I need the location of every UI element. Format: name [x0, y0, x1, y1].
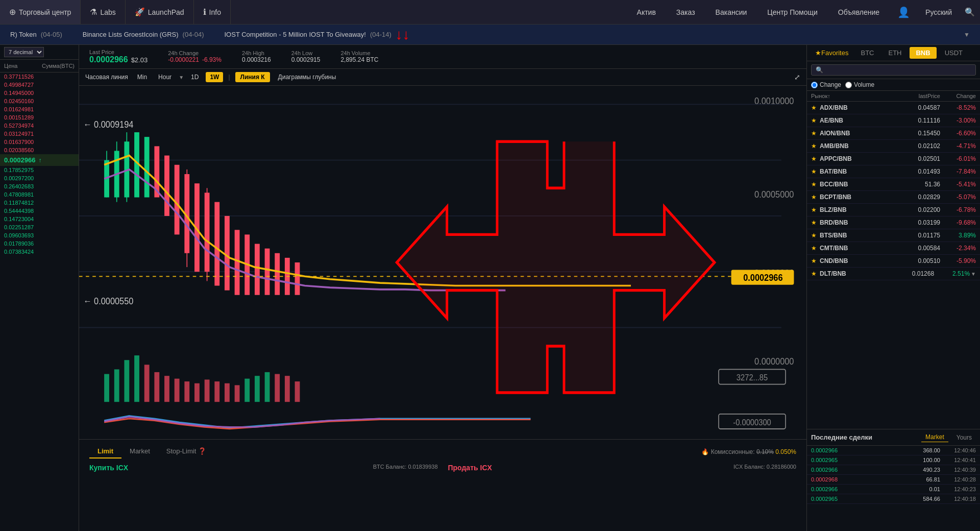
sell-order-row[interactable]: 0.02450160 [0, 97, 79, 105]
buy-order-row[interactable]: 0.26402683 [0, 182, 79, 190]
current-price: 0.0002966 [4, 156, 35, 164]
trade-row: 0.0002965 584.66 12:40:18 [807, 494, 980, 504]
nav-help[interactable]: Центр Помощи [757, 8, 828, 16]
trade-row: 0.0002968 66.81 12:40:28 [807, 475, 980, 485]
tab-market[interactable]: Market [121, 445, 158, 458]
market-list-header: Рынок↑ lastPrice Change [807, 91, 980, 102]
change-24h-pct: -6.93% [202, 56, 222, 63]
market-pair-change: -2.34% [940, 245, 976, 252]
ticker-dropdown-arrow[interactable]: ▼ [964, 31, 970, 38]
sell-order-row[interactable]: 0.49984727 [0, 81, 79, 89]
eth-tab[interactable]: ETH [882, 47, 908, 59]
sell-order-row[interactable]: 0.01637900 [0, 138, 79, 146]
market-pair-change: -6.01% [940, 155, 976, 162]
buy-order-row[interactable]: 0.17852975 [0, 166, 79, 174]
market-pair-price: 0.04587 [899, 104, 940, 111]
linea-k-button[interactable]: Линия К [235, 72, 270, 82]
market-pair-change: -8.52% [940, 104, 976, 111]
list-item[interactable]: ★ BCC/BNB 51.36 -5.41% [807, 178, 980, 191]
nav-labs[interactable]: ⚗ Labs [81, 0, 125, 24]
sell-column: Продать ICX ICX Баланс: 0.28186000 [448, 464, 797, 476]
buy-order-row[interactable]: 0.09603693 [0, 231, 79, 239]
bnb-tab[interactable]: BNB [910, 47, 936, 59]
tab-limit[interactable]: Limit [89, 445, 121, 458]
list-item[interactable]: ★ BCPT/BNB 0.02829 -5.07% [807, 191, 980, 204]
favorites-tab[interactable]: ★Favorites [811, 47, 852, 58]
list-item[interactable]: ★ BAT/BNB 0.01493 -7.84% [807, 165, 980, 178]
list-item[interactable]: ★ CMT/BNB 0.00584 -2.34% [807, 242, 980, 255]
nav-zakaz[interactable]: Заказ [666, 8, 705, 16]
market-pair-name: BAT/BNB [820, 168, 899, 175]
1d-btn[interactable]: 1D [187, 72, 203, 82]
expand-chart-button[interactable]: ⤢ [794, 73, 800, 81]
buy-order-row[interactable]: 0.14723004 [0, 215, 79, 223]
change-header[interactable]: Change [940, 93, 976, 99]
sell-order-row[interactable]: 0.37711526 [0, 73, 79, 81]
svg-rect-44 [144, 365, 150, 402]
buy-order-row[interactable]: 0.00297200 [0, 174, 79, 182]
depth-chart-button[interactable]: Диаграммы глубины [273, 72, 341, 82]
change-sort-label[interactable]: Change [820, 81, 841, 88]
sell-order-row[interactable]: 0.00151289 [0, 113, 79, 122]
list-item[interactable]: ★ BRD/BNB 0.03199 -9.68% [807, 216, 980, 229]
list-item[interactable]: ★ AE/BNB 0.11116 -3.00% [807, 114, 980, 127]
user-icon[interactable]: 👤 [890, 6, 918, 18]
buy-order-row[interactable]: 0.07383424 [0, 248, 79, 256]
buy-order-row[interactable]: 0.01789036 [0, 239, 79, 248]
nav-right-section: Актив Заказ Вакансии Центр Помощи Объявл… [627, 6, 980, 18]
usdt-tab[interactable]: USDT [939, 47, 969, 59]
btc-tab[interactable]: BTC [854, 47, 880, 59]
sell-order-row[interactable]: 0.02038560 [0, 146, 79, 154]
change-radio[interactable] [811, 82, 818, 88]
market-pair-price: 0.00584 [899, 245, 940, 252]
buy-order-row[interactable]: 0.54444398 [0, 207, 79, 215]
hour-dropdown-icon[interactable]: ▼ [179, 75, 184, 80]
sell-balance: ICX Баланс: 0.28186000 [733, 464, 796, 472]
nav-aktiv[interactable]: Актив [627, 8, 666, 16]
market-pair-price: 0.03199 [899, 219, 940, 226]
nav-vakansii[interactable]: Вакансии [705, 8, 757, 16]
search-icon: 🔍 [816, 66, 823, 74]
volume-sort-label[interactable]: Volume [854, 81, 874, 88]
list-item[interactable]: ★ CND/BNB 0.00510 -5.90% [807, 255, 980, 268]
list-item[interactable]: ★ BTS/BNB 0.01175 3.89% [807, 229, 980, 242]
buy-order-row[interactable]: 0.02251287 [0, 223, 79, 231]
list-item[interactable]: ★ DLT/BNB 0.01268 2.51% ▼ [807, 268, 980, 280]
1w-btn[interactable]: 1W [206, 72, 223, 82]
nav-trading[interactable]: ⊕ Торговый центр [0, 0, 81, 24]
list-item[interactable]: ★ ADX/BNB 0.04587 -8.52% [807, 102, 980, 114]
tab-stop-limit[interactable]: Stop-Limit ❓ [158, 445, 214, 458]
nav-announcement[interactable]: Объявление [828, 8, 890, 16]
market-pair-name: BLZ/BNB [820, 206, 899, 213]
sell-order-row[interactable]: 0.01624981 [0, 105, 79, 113]
nav-info[interactable]: ℹ Info [194, 0, 231, 24]
language-selector[interactable]: Русский [918, 8, 960, 16]
trade-time: 12:40:18 [940, 496, 976, 502]
global-search-icon[interactable]: 🔍 [960, 7, 980, 17]
sell-order-row[interactable]: 0.03124971 [0, 130, 79, 138]
tab-market-trades[interactable]: Market [921, 432, 948, 442]
list-item[interactable]: ★ BLZ/BNB 0.02200 -6.78% [807, 204, 980, 216]
market-search-input[interactable] [823, 66, 971, 74]
nav-launchpad[interactable]: 🚀 LaunchPad [126, 0, 194, 24]
ticker-date-2: (04-04) [183, 31, 204, 38]
list-item[interactable]: ★ AION/BNB 0.15450 -6.60% [807, 127, 980, 140]
volume-radio[interactable] [845, 82, 852, 88]
sell-order-row[interactable]: 0.52734974 [0, 122, 79, 130]
high-24h-value: 0.0003216 [242, 56, 271, 63]
hour-btn[interactable]: Hour [154, 72, 176, 82]
min-btn[interactable]: Min [133, 72, 151, 82]
list-item[interactable]: ★ AMB/BNB 0.02102 -4.71% [807, 140, 980, 153]
market-pair-name: DLT/BNB [820, 270, 893, 277]
buy-column: Купить ICX BTC Баланс: 0.01839938 [89, 464, 438, 476]
tab-yours-trades[interactable]: Yours [952, 433, 976, 442]
buy-order-row[interactable]: 0.47808981 [0, 190, 79, 199]
market-pair-name: ADX/BNB [820, 104, 899, 111]
price-header[interactable]: lastPrice [899, 93, 940, 99]
buy-order-row[interactable]: 0.11874812 [0, 199, 79, 207]
decimal-selector[interactable]: 7 decimal 6 decimal 5 decimal [4, 47, 44, 57]
market-pair-change: -3.00% [940, 117, 976, 124]
sell-order-row[interactable]: 0.14945000 [0, 89, 79, 97]
market-header[interactable]: Рынок↑ [811, 93, 899, 99]
list-item[interactable]: ★ APPC/BNB 0.02501 -6.01% [807, 153, 980, 165]
